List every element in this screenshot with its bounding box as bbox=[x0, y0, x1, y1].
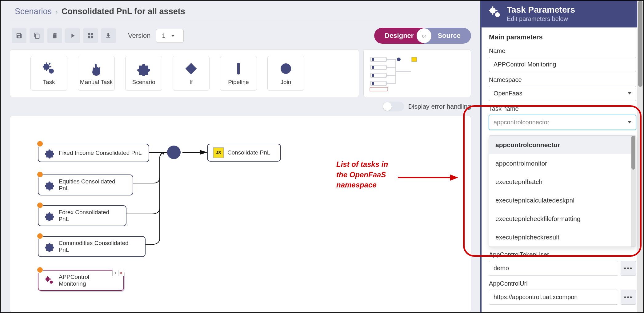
delete-button[interactable] bbox=[47, 28, 62, 43]
hand-icon bbox=[89, 61, 104, 76]
dropdown-scrollbar[interactable] bbox=[631, 136, 636, 247]
svg-rect-3 bbox=[237, 63, 240, 74]
palette: Task Manual Task Scenario bbox=[10, 49, 359, 97]
field-input-tokenuser[interactable] bbox=[489, 261, 618, 276]
grid-button[interactable] bbox=[83, 28, 98, 43]
svg-point-9 bbox=[397, 58, 401, 61]
puzzle-icon bbox=[44, 179, 55, 191]
minimap[interactable] bbox=[363, 49, 471, 97]
dropdown-item[interactable]: executepnlbatch bbox=[489, 173, 631, 191]
puzzle-icon bbox=[136, 61, 151, 76]
save-button[interactable] bbox=[12, 28, 26, 43]
warning-badge-icon bbox=[37, 202, 43, 209]
palette-item-if[interactable]: If bbox=[173, 56, 210, 91]
dropdown-item[interactable]: appcontrolconnector bbox=[489, 136, 631, 154]
canvas-node-commodities[interactable]: Commodities Consolidated PnL bbox=[38, 236, 146, 257]
palette-item-join[interactable]: Join bbox=[267, 56, 304, 91]
javascript-icon: JS bbox=[213, 147, 224, 158]
circle-icon bbox=[278, 61, 294, 76]
palette-item-task[interactable]: Task bbox=[30, 56, 67, 91]
version-select[interactable]: 1 bbox=[156, 29, 183, 43]
palette-item-pipeline[interactable]: Pipeline bbox=[220, 56, 257, 91]
copy-button[interactable] bbox=[30, 28, 44, 43]
side-panel-subtitle: Edit parameters below bbox=[507, 15, 575, 22]
svg-rect-13 bbox=[372, 74, 374, 77]
puzzle-icon bbox=[44, 241, 55, 252]
view-mode-toggle[interactable]: Designer or Source bbox=[374, 28, 471, 44]
display-error-switch[interactable] bbox=[382, 102, 404, 111]
canvas[interactable]: Fixed Income Consolidated PnL Equities C… bbox=[10, 116, 471, 312]
side-panel-title: Task Parameters bbox=[507, 5, 575, 15]
svg-marker-20 bbox=[450, 175, 458, 181]
caret-down-icon bbox=[628, 92, 631, 94]
download-button[interactable] bbox=[101, 28, 116, 43]
canvas-node-monitoring[interactable]: + × APPControl Monitoring bbox=[38, 270, 124, 291]
palette-item-label: If bbox=[190, 79, 193, 86]
mode-designer[interactable]: Designer bbox=[374, 28, 424, 44]
dropdown-item[interactable]: appcontrolmonitor bbox=[489, 154, 631, 173]
svg-rect-14 bbox=[372, 82, 374, 85]
node-actions: + × bbox=[112, 270, 124, 276]
trash-icon bbox=[51, 32, 58, 39]
palette-item-label: Pipeline bbox=[228, 79, 249, 86]
side-panel-header: Task Parameters Edit parameters below bbox=[482, 1, 643, 27]
palette-item-scenario[interactable]: Scenario bbox=[125, 56, 162, 91]
node-add-button[interactable]: + bbox=[113, 270, 118, 276]
copy-icon bbox=[34, 32, 40, 39]
canvas-node-fixed-income[interactable]: Fixed Income Consolidated PnL bbox=[38, 144, 149, 162]
annotation-text: List of tasks in the OpenFaaS namespace bbox=[336, 159, 388, 190]
puzzle-icon bbox=[44, 210, 55, 221]
taskname-dropdown: appcontrolconnector appcontrolmonitor ex… bbox=[489, 135, 636, 247]
warning-badge-icon bbox=[37, 171, 43, 178]
display-error-label: Display error handling bbox=[408, 103, 471, 110]
canvas-node-label: Commodities Consolidated PnL bbox=[59, 240, 140, 253]
run-button[interactable] bbox=[65, 28, 80, 43]
canvas-node-join[interactable] bbox=[167, 146, 181, 159]
dropdown-item[interactable]: executepnlcalculatedeskpnl bbox=[489, 191, 631, 210]
caret-down-icon bbox=[171, 35, 175, 37]
canvas-node-forex[interactable]: Forex Consolidated PnL bbox=[38, 205, 126, 226]
svg-point-22 bbox=[495, 12, 500, 17]
warning-badge-icon bbox=[37, 140, 43, 147]
download-icon bbox=[105, 32, 112, 39]
select-value: OpenFaas bbox=[494, 90, 522, 97]
field-select-taskname[interactable]: appcontrolconnector bbox=[489, 115, 636, 130]
field-select-namespace[interactable]: OpenFaas bbox=[489, 86, 636, 101]
toolbar: Version 1 Designer or Source bbox=[10, 22, 471, 49]
field-label-taskname: Task name bbox=[489, 105, 636, 112]
palette-item-label: Join bbox=[281, 79, 291, 86]
gears-icon bbox=[41, 61, 57, 76]
gears-icon bbox=[44, 275, 55, 286]
field-more-button[interactable]: ••• bbox=[621, 261, 636, 276]
grid-icon bbox=[87, 32, 94, 39]
gears-icon bbox=[488, 5, 502, 20]
node-close-button[interactable]: × bbox=[118, 270, 124, 276]
chevron-right-icon: › bbox=[55, 7, 58, 16]
svg-rect-15 bbox=[370, 87, 388, 91]
dropdown-item[interactable]: executepnlcheckfileformatting bbox=[489, 210, 631, 228]
caret-down-icon bbox=[628, 121, 631, 123]
canvas-node-label: APPControl Monitoring bbox=[59, 274, 118, 287]
svg-point-4 bbox=[281, 63, 291, 74]
svg-rect-10 bbox=[412, 57, 417, 62]
dropdown-item[interactable]: executepnlcheckresult bbox=[489, 228, 631, 247]
version-value: 1 bbox=[162, 32, 165, 39]
side-panel-body: Main parameters Name Namespace OpenFaas … bbox=[482, 27, 643, 312]
field-label-tokenuser: AppControlTokenUser bbox=[489, 251, 636, 258]
palette-item-label: Manual Task bbox=[80, 79, 113, 86]
canvas-node-consolidate[interactable]: JS Consolidate PnL bbox=[207, 144, 281, 162]
field-more-button[interactable]: ••• bbox=[621, 290, 636, 305]
breadcrumb-root[interactable]: Scenarios bbox=[15, 7, 52, 16]
palette-item-manual-task[interactable]: Manual Task bbox=[78, 56, 115, 91]
svg-marker-16 bbox=[200, 150, 206, 154]
canvas-node-equities[interactable]: Equities Consolidated PnL bbox=[38, 175, 133, 195]
canvas-node-label: Consolidate PnL bbox=[227, 149, 270, 156]
mode-source[interactable]: Source bbox=[424, 28, 471, 44]
breadcrumb: Scenarios › Consolidated PnL for all ass… bbox=[10, 4, 471, 22]
pipeline-icon bbox=[231, 61, 246, 76]
field-input-name[interactable] bbox=[489, 57, 636, 72]
side-panel: Task Parameters Edit parameters below Ma… bbox=[480, 1, 643, 312]
side-panel-scrollbar[interactable] bbox=[637, 1, 643, 312]
field-input-url[interactable] bbox=[489, 290, 618, 305]
svg-rect-2 bbox=[186, 63, 197, 74]
